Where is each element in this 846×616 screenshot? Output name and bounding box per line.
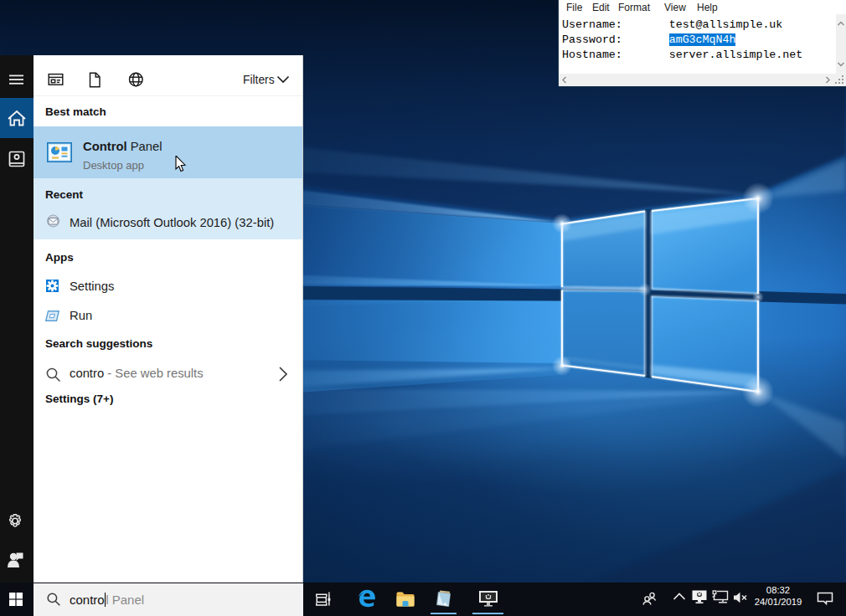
svg-text:Filters: Filters	[243, 74, 275, 86]
